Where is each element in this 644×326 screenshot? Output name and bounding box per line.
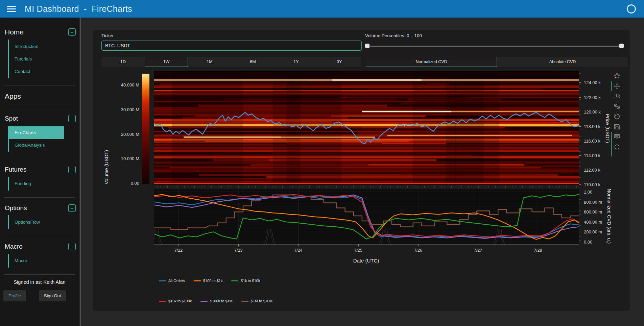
modebar-active-indicator <box>611 81 612 91</box>
legend-label: $1M to $10M <box>251 299 272 303</box>
legend-color-dash <box>200 301 208 302</box>
timeframe-button-3y[interactable]: 3Y <box>318 57 361 67</box>
section-title: Macro <box>5 243 23 250</box>
box-zoom-icon[interactable] <box>614 93 620 100</box>
legend-item--1m-to-10m[interactable]: $1M to $10M <box>241 299 272 303</box>
legend-item-all-orders[interactable]: All Orders <box>159 279 185 283</box>
profile-button[interactable]: Profile <box>3 290 26 301</box>
slider-track[interactable] <box>365 46 624 47</box>
sidebar-item-optionsflow[interactable]: OptionsFlow <box>9 216 79 228</box>
cvd-axis-tick <box>579 242 581 242</box>
date-axis-tick <box>418 244 419 246</box>
section-header: Options− <box>0 202 79 214</box>
cvd-mode-button-absolute-cvd[interactable]: Absolute CVD <box>497 57 628 67</box>
pan-icon[interactable] <box>614 83 620 90</box>
section-title: Futures <box>5 166 26 173</box>
cvd-axis-tick <box>579 192 581 192</box>
legend-label: $100 to $1k <box>203 279 223 283</box>
cvd-line-plot[interactable] <box>154 189 579 247</box>
legend-item--100k-to-1m[interactable]: $100k to $1M <box>200 299 233 303</box>
sidebar-scrollbar[interactable] <box>79 18 82 326</box>
legend-color-dash <box>241 301 248 302</box>
price-tick-label: 114.00 k <box>584 153 600 158</box>
x-axis-title: Date (UTC) <box>353 258 379 264</box>
cvd-tick-label: 600.00 m <box>584 209 602 215</box>
sidebar-section-macro: Macro−Macro <box>0 240 79 271</box>
sidebar-item-tutorials[interactable]: Tutorials <box>9 53 79 65</box>
loading-ring-icon[interactable] <box>627 4 636 14</box>
sidebar-item-firecharts[interactable]: FireCharts <box>9 126 64 139</box>
date-tick-label: 7/27 <box>474 248 482 253</box>
hover-tooltip-icon[interactable] <box>614 133 620 140</box>
volume-percentile-slider[interactable] <box>365 44 624 48</box>
cvd-mode-button-normalized-cvd[interactable]: Normalized CVD <box>366 57 497 67</box>
divider <box>4 236 75 236</box>
section-items: OptionsFlow <box>8 215 79 229</box>
collapse-section-button[interactable]: − <box>68 243 76 250</box>
sidebar-item-introduction[interactable]: Introduction <box>9 40 79 53</box>
slider-handle-max[interactable] <box>619 44 624 48</box>
legend-item--10k-to-100k[interactable]: $10k to $100k <box>159 299 192 303</box>
app-title: MI Dashboard - FireCharts <box>25 4 132 14</box>
cvd-tick-label: 200.00 m <box>584 229 602 234</box>
sidebar-item-globalanalysis[interactable]: GlobalAnalysis <box>9 139 79 151</box>
price-axis-tick <box>579 97 581 98</box>
hamburger-menu-icon[interactable] <box>7 6 16 12</box>
section-items: IntroductionTutorialsContact <box>8 40 79 78</box>
timeframe-button-1w[interactable]: 1W <box>145 57 188 67</box>
colorbar-tick-label: 30.000 M <box>103 107 139 112</box>
chart-area: 40.000 M30.000 M20.000 M10.000 M0.00 Vol… <box>93 69 630 311</box>
cvd-axis-tick <box>579 232 581 232</box>
collapse-section-button[interactable]: − <box>68 115 76 122</box>
sidebar-item-funding[interactable]: Funding <box>9 177 79 190</box>
legend-color-dash <box>194 280 201 281</box>
heatmap-svg[interactable] <box>154 71 579 185</box>
legend-item--100-to-1k[interactable]: $100 to $1k <box>194 279 223 283</box>
sidebar-item-contact[interactable]: Contact <box>9 65 79 78</box>
timeframe-button-1d[interactable]: 1D <box>101 57 145 67</box>
cvd-svg[interactable] <box>154 189 579 247</box>
timeframe-button-1m[interactable]: 1M <box>188 57 231 67</box>
cvd-axis-tick <box>579 212 581 212</box>
reset-axes-icon[interactable] <box>614 113 620 120</box>
cvd-tick-label: 800.00 m <box>584 199 602 204</box>
price-tick-label: 118.00 k <box>584 124 600 129</box>
cvd-axis-tick <box>579 202 581 202</box>
section-title: Options <box>5 204 27 212</box>
zoom-in-out-icon[interactable] <box>614 103 620 110</box>
timeframe-button-6m[interactable]: 6M <box>231 57 275 67</box>
sidebar-item-macro[interactable]: Macro <box>9 254 79 267</box>
heatmap-x-minor-ticks <box>154 186 579 187</box>
sign-out-button[interactable]: Sign Out <box>39 290 66 301</box>
legend-item--1k-to-10k[interactable]: $1k to $10k <box>231 279 260 283</box>
price-axis-tick <box>579 126 581 127</box>
collapse-section-button[interactable]: − <box>68 28 76 36</box>
collapse-section-button[interactable]: − <box>68 166 76 173</box>
ticker-label: Ticker <box>101 33 114 38</box>
section-title: Apps <box>5 92 21 100</box>
plotly-logo-icon[interactable] <box>614 73 620 79</box>
slider-handle-min[interactable] <box>365 44 369 48</box>
modebar-separator <box>617 111 617 114</box>
modebar-separator <box>617 132 617 134</box>
colorbar-tick-label: 40.000 M <box>103 82 139 87</box>
timeframe-button-1y[interactable]: 1Y <box>275 57 318 67</box>
section-header: Spot− <box>0 113 79 124</box>
ticker-input[interactable] <box>101 41 362 51</box>
content-card: Ticker Volume Percentiles: 0 .. 100 1D1W… <box>93 30 630 311</box>
colorbar-tick-label: 20.000 M <box>103 131 139 136</box>
spikelines-icon[interactable] <box>614 144 620 150</box>
fire-heatmap-plot[interactable] <box>154 71 579 185</box>
legend-color-dash <box>159 301 166 302</box>
section-items: Macro <box>8 254 79 268</box>
divider <box>4 21 75 21</box>
signed-in-text: Signed in as: Keith Alan <box>3 279 76 285</box>
sidebar: Home−IntroductionTutorialsContactAppsSpo… <box>0 18 79 326</box>
collapse-section-button[interactable]: − <box>68 204 76 212</box>
save-icon[interactable] <box>614 123 620 130</box>
section-header: Home− <box>0 26 79 38</box>
price-tick-label: 120.00 k <box>584 109 601 114</box>
cvd-axis-minor-ticks <box>579 189 580 244</box>
date-axis-tick <box>178 244 179 246</box>
section-title: Home <box>5 28 24 36</box>
